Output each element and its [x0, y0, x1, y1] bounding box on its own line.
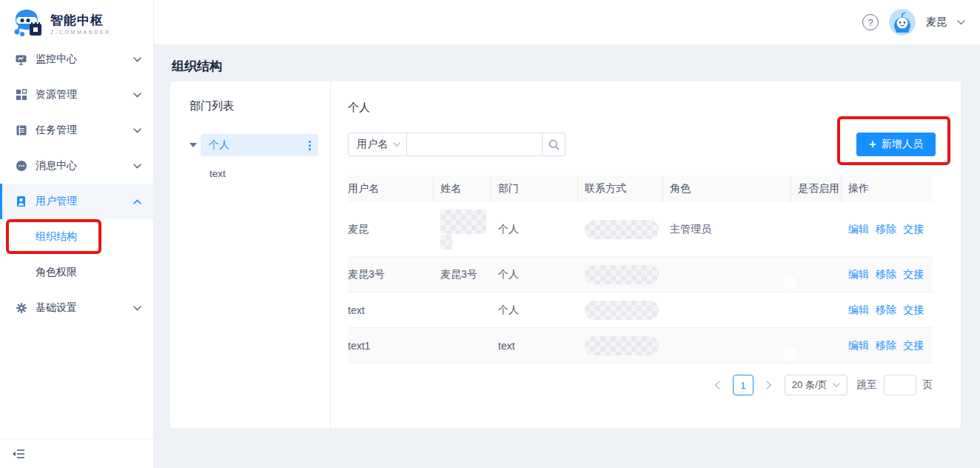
search-field-label: 用户名: [357, 138, 388, 151]
cell-department: text: [498, 340, 585, 352]
select-chevron-down-icon: [393, 142, 400, 147]
sidebar-item-label: 用户管理: [36, 195, 77, 208]
gear-icon: [15, 302, 27, 315]
sidebar-item-role-permissions[interactable]: 角色权限: [0, 255, 153, 290]
table-header-row: 用户名 姓名 部门 联系方式 角色 是否启用 操作: [348, 176, 933, 202]
collapse-sidebar-icon[interactable]: [12, 449, 25, 459]
cell-contact-censored: [585, 265, 670, 284]
cell-actions: 编辑 移除 交接: [848, 304, 933, 317]
tasks-icon: [15, 124, 27, 137]
handover-link[interactable]: 交接: [903, 268, 924, 281]
remove-link[interactable]: 移除: [876, 223, 896, 236]
add-user-button[interactable]: + 新增人员: [856, 133, 936, 156]
grid-icon: [15, 89, 27, 101]
sidebar-item-label: 消息中心: [36, 159, 77, 173]
remove-link[interactable]: 移除: [876, 268, 896, 281]
add-user-button-label: 新增人员: [882, 138, 923, 151]
col-header-name: 姓名: [433, 176, 498, 202]
edit-link[interactable]: 编辑: [848, 304, 869, 317]
page-number-button[interactable]: 1: [733, 375, 754, 395]
search-button[interactable]: [542, 133, 565, 156]
col-header-username: 用户名: [348, 176, 440, 202]
sidebar-item-task-management[interactable]: 任务管理: [0, 113, 153, 148]
cell-role: 主管理员: [670, 223, 798, 236]
tree-node-label: 个人: [209, 138, 229, 152]
avatar[interactable]: [889, 9, 916, 36]
col-header-contact: 联系方式: [577, 176, 670, 202]
tree-node-personal[interactable]: 个人: [189, 134, 318, 156]
cell-department: 个人: [498, 304, 585, 317]
handover-link[interactable]: 交接: [903, 223, 924, 236]
remove-link[interactable]: 移除: [876, 304, 896, 317]
user-menu-chevron-down-icon[interactable]: [957, 20, 965, 25]
edit-link[interactable]: 编辑: [848, 223, 869, 236]
cell-username: text: [348, 304, 440, 316]
sidebar-item-label: 资源管理: [36, 88, 77, 101]
edit-link[interactable]: 编辑: [848, 268, 869, 281]
cell-actions: 编辑 移除 交接: [848, 268, 933, 281]
page-size-select[interactable]: 20 条/页: [785, 375, 848, 395]
department-panel-title: 部门列表: [189, 99, 318, 113]
plus-icon: +: [869, 138, 876, 150]
page-unit-label: 页: [923, 378, 933, 392]
tree-node-child[interactable]: text: [209, 168, 318, 179]
users-table: 用户名 姓名 部门 联系方式 角色 是否启用 操作 麦昆 个人: [348, 176, 933, 364]
cell-name: 麦昆3号: [440, 268, 498, 281]
chevron-down-icon: [133, 57, 141, 62]
sidebar-item-monitor-center[interactable]: 监控中心: [0, 41, 153, 77]
sidebar-item-resource-management[interactable]: 资源管理: [0, 77, 153, 113]
message-icon: [15, 160, 27, 173]
select-chevron-down-icon: [833, 383, 840, 387]
table-row: text1 text 编辑 移除 交接: [348, 328, 933, 364]
sidebar: 智能中枢 Z-COMMANDER 监控中心 资源管理: [0, 0, 154, 468]
sidebar-item-org-structure[interactable]: 组织结构: [0, 219, 153, 255]
logo-octopus-icon: [10, 7, 44, 39]
content-panel: 个人 用户名 + 新增人员 用户名 姓名 部门: [332, 81, 961, 428]
topbar: ? 麦昆: [154, 0, 980, 44]
cell-contact-censored: [585, 336, 670, 355]
sidebar-item-label: 基础设置: [36, 301, 77, 315]
sidebar-subitem-label: 组织结构: [36, 230, 77, 244]
page-title: 组织结构: [172, 58, 222, 75]
page-size-label: 20 条/页: [792, 378, 828, 392]
col-header-role: 角色: [662, 176, 798, 202]
org-structure-card: 部门列表 个人 text 个人 用户名 +: [170, 81, 961, 428]
sidebar-item-message-center[interactable]: 消息中心: [0, 148, 153, 184]
help-icon[interactable]: ?: [862, 14, 879, 30]
sidebar-nav: 监控中心 资源管理 任务管理: [0, 41, 153, 326]
jump-to-label: 跳至: [857, 378, 877, 392]
sidebar-item-basic-settings[interactable]: 基础设置: [0, 290, 153, 326]
topbar-username[interactable]: 麦昆: [926, 16, 947, 29]
logo-title: 智能中枢: [50, 12, 111, 29]
sidebar-footer: [0, 438, 153, 468]
search-field-select[interactable]: 用户名: [348, 133, 407, 156]
table-row: 麦昆 个人 主管理员 编辑 移除 交接: [348, 202, 933, 257]
sidebar-item-label: 监控中心: [36, 53, 77, 66]
prev-page-icon[interactable]: [708, 375, 726, 395]
handover-link[interactable]: 交接: [903, 304, 924, 317]
col-header-department: 部门: [491, 176, 585, 202]
search-input[interactable]: [406, 133, 543, 156]
cell-contact-censored: [585, 220, 670, 239]
cell-contact-censored: [585, 301, 670, 320]
cell-department: 个人: [498, 223, 585, 236]
col-header-operations: 操作: [841, 176, 933, 202]
sidebar-item-user-management[interactable]: 用户管理: [0, 184, 153, 219]
monitor-icon: [15, 53, 27, 66]
next-page-icon[interactable]: [760, 375, 778, 395]
remove-link[interactable]: 移除: [876, 339, 896, 352]
edit-link[interactable]: 编辑: [848, 339, 869, 352]
chevron-down-icon: [133, 164, 141, 169]
handover-link[interactable]: 交接: [903, 339, 924, 352]
cell-actions: 编辑 移除 交接: [848, 223, 933, 236]
tree-caret-down-icon[interactable]: [189, 143, 197, 147]
user-icon: [15, 195, 27, 208]
cell-department: 个人: [498, 268, 585, 281]
jump-to-page-input[interactable]: [884, 375, 916, 395]
node-more-icon[interactable]: [309, 141, 311, 150]
cell-username: text1: [348, 340, 440, 352]
table-row: text 个人 编辑 移除 交接: [348, 292, 933, 328]
logo-subtitle: Z-COMMANDER: [50, 30, 111, 35]
logo: 智能中枢 Z-COMMANDER: [0, 0, 153, 39]
chevron-down-icon: [133, 128, 141, 133]
